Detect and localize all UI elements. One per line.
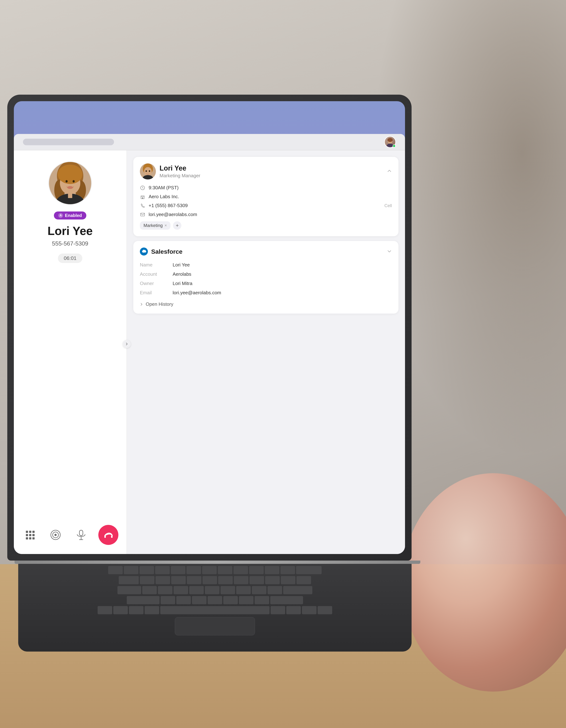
key-right[interactable]: [318, 606, 332, 614]
detail-phone-type: Cell: [385, 203, 392, 208]
add-tag-button[interactable]: +: [173, 221, 181, 230]
hangup-button[interactable]: [98, 525, 118, 545]
key[interactable]: [249, 566, 264, 574]
panel-arrow[interactable]: [123, 340, 131, 348]
building-icon: [140, 194, 145, 199]
key[interactable]: [155, 576, 170, 584]
touchpad[interactable]: [175, 617, 255, 635]
key[interactable]: [267, 586, 282, 594]
key[interactable]: [108, 566, 123, 574]
keypad-button[interactable]: [22, 527, 38, 543]
svg-point-11: [67, 186, 73, 189]
key-shift-r[interactable]: [270, 596, 303, 604]
key[interactable]: [161, 596, 175, 604]
key[interactable]: [254, 596, 269, 604]
sf-value-email: lori.yee@aerolabs.com: [173, 288, 392, 297]
key[interactable]: [265, 566, 279, 574]
key[interactable]: [155, 566, 170, 574]
key[interactable]: [297, 576, 311, 584]
key[interactable]: [236, 586, 251, 594]
key[interactable]: [173, 586, 188, 594]
arrow-right-icon: [125, 342, 128, 346]
card-avatar: [140, 163, 156, 179]
key[interactable]: [202, 566, 217, 574]
key[interactable]: [239, 596, 253, 604]
key[interactable]: [171, 566, 185, 574]
key[interactable]: [207, 596, 222, 604]
svg-point-33: [144, 167, 152, 176]
key[interactable]: [249, 576, 264, 584]
card-header: Lori Yee Marketing Manager: [140, 163, 392, 179]
key-fn[interactable]: [98, 606, 112, 614]
key[interactable]: [192, 596, 206, 604]
svg-rect-13: [68, 193, 72, 198]
key[interactable]: [218, 566, 232, 574]
key[interactable]: [233, 566, 248, 574]
key[interactable]: [171, 576, 186, 584]
keyboard-row-1: [29, 566, 401, 574]
card-collapse-button[interactable]: [387, 168, 392, 175]
tag-marketing-label: Marketing: [143, 223, 163, 228]
key[interactable]: [281, 576, 296, 584]
key[interactable]: [202, 576, 217, 584]
email-icon: [140, 212, 145, 217]
contact-info-card: Lori Yee Marketing Manager: [133, 157, 399, 236]
key[interactable]: [265, 576, 280, 584]
key-return[interactable]: [283, 586, 312, 594]
chevron-right-icon: [140, 302, 143, 306]
open-history-link[interactable]: Open History: [140, 301, 392, 307]
key[interactable]: [234, 576, 248, 584]
key-shift-l[interactable]: [127, 596, 159, 604]
key-caps[interactable]: [117, 586, 141, 594]
tag-marketing[interactable]: Marketing ×: [140, 221, 170, 230]
table-row: Owner Lori Mitra: [140, 279, 392, 288]
key[interactable]: [189, 586, 204, 594]
laptop-base-edge: [15, 561, 420, 564]
key[interactable]: [140, 576, 154, 584]
key[interactable]: [280, 566, 295, 574]
tag-remove-icon[interactable]: ×: [164, 223, 167, 228]
key-cmd-r[interactable]: [270, 606, 285, 614]
card-tags: Marketing × +: [140, 221, 392, 230]
svg-point-36: [149, 170, 150, 172]
badge-label: Enabled: [65, 213, 82, 218]
card-name-group: Lori Yee Marketing Manager: [159, 164, 200, 179]
key-alt-r[interactable]: [286, 606, 301, 614]
sf-label-owner: Owner: [140, 279, 173, 288]
sf-label-account: Account: [140, 270, 173, 279]
sf-value-account: Aerolabs: [173, 270, 392, 279]
keyboard-row-5: [29, 606, 401, 614]
key-left[interactable]: [302, 606, 317, 614]
mute-button[interactable]: [73, 527, 89, 543]
window-chrome: [14, 134, 405, 150]
key[interactable]: [176, 596, 191, 604]
key-cmd[interactable]: [145, 606, 159, 614]
key[interactable]: [186, 566, 201, 574]
card-details: 9:30AM (PST): [140, 185, 392, 217]
key[interactable]: [124, 566, 138, 574]
hold-button[interactable]: [47, 527, 64, 543]
key-tab[interactable]: [119, 576, 139, 584]
laptop-keyboard: [18, 561, 412, 652]
key[interactable]: [142, 586, 157, 594]
detail-phone-row: +1 (555) 867-5309 Cell: [140, 203, 392, 208]
key[interactable]: [187, 576, 201, 584]
key[interactable]: [220, 586, 235, 594]
key[interactable]: [218, 576, 233, 584]
sf-expand-button[interactable]: [387, 249, 392, 254]
key[interactable]: [252, 586, 266, 594]
detail-company: Aero Labs Inc.: [149, 194, 179, 199]
key-space[interactable]: [160, 606, 269, 614]
key[interactable]: [223, 596, 238, 604]
key[interactable]: [158, 586, 172, 594]
phone-icon: [140, 203, 145, 208]
key-alt[interactable]: [129, 606, 143, 614]
salesforce-card: Salesforce Name: [133, 241, 399, 314]
key[interactable]: [205, 586, 219, 594]
key[interactable]: [139, 566, 154, 574]
enabled-badge[interactable]: A Enabled: [54, 211, 86, 219]
key-ctrl[interactable]: [113, 606, 128, 614]
contact-phone: 555-567-5309: [52, 240, 88, 247]
laptop-lid: A Enabled Lori Yee 555-567-5309 06:01: [7, 95, 412, 561]
key-delete[interactable]: [296, 566, 322, 574]
